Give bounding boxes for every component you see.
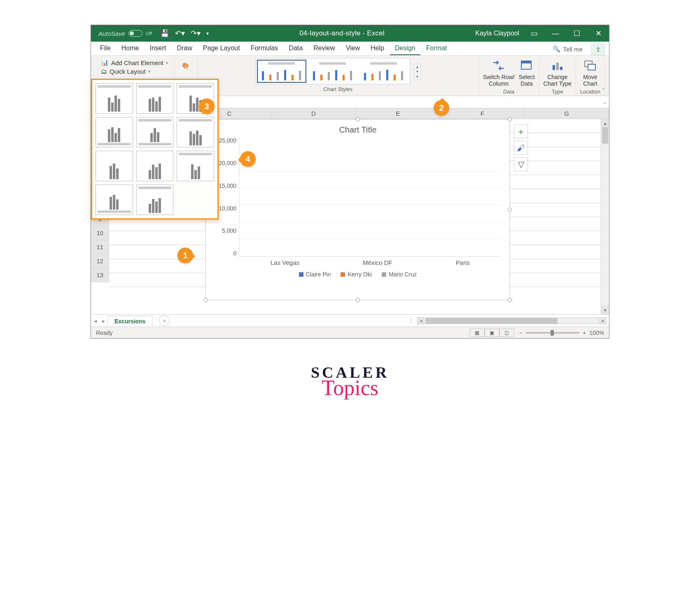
undo-icon[interactable]: ↶▾	[175, 29, 185, 38]
page-break-view-icon[interactable]: ◫	[499, 329, 514, 337]
scroll-up-icon[interactable]: ▴	[601, 119, 609, 127]
layout-option-7[interactable]	[96, 151, 133, 181]
maximize-icon[interactable]: ☐	[566, 25, 588, 42]
row-header[interactable]: 10	[91, 226, 109, 240]
column-header[interactable]: G	[525, 108, 609, 119]
share-button[interactable]: ⇪	[591, 44, 605, 55]
resize-handle[interactable]	[508, 298, 512, 302]
resize-handle[interactable]	[204, 298, 208, 302]
layout-option-5[interactable]	[136, 117, 174, 147]
tab-review[interactable]: Review	[308, 42, 340, 55]
add-chart-element-button[interactable]: 📊 Add Chart Element ▾	[99, 58, 170, 67]
zoom-out-icon[interactable]: −	[519, 330, 523, 336]
page-layout-view-icon[interactable]: ▣	[485, 329, 499, 337]
row-header[interactable]: 12	[91, 254, 109, 268]
chart-legend[interactable]: Claire PinKerry OkiMario Cruz	[206, 271, 510, 278]
collapse-ribbon-icon[interactable]: ˄	[602, 87, 605, 94]
sheet-nav[interactable]: ◂▸	[91, 318, 107, 324]
column-header[interactable]: D	[272, 108, 356, 119]
tab-file[interactable]: File	[95, 42, 116, 55]
chevron-down-icon[interactable]: ▾	[415, 69, 420, 74]
chart-style-2[interactable]	[308, 60, 357, 83]
tab-help[interactable]: Help	[366, 42, 389, 55]
chart-style-3[interactable]	[359, 60, 408, 83]
layout-option-8[interactable]	[136, 151, 174, 181]
move-chart-button[interactable]: Move Chart	[583, 58, 597, 87]
redo-icon[interactable]: ↷▾	[191, 29, 201, 38]
horizontal-scrollbar[interactable]: ⋮ ◂ ▸	[408, 317, 607, 325]
autosave-toggle[interactable]: AutoSave Off	[98, 30, 152, 37]
layout-option-11[interactable]	[136, 185, 174, 215]
user-name[interactable]: Kayla Claypool	[475, 30, 519, 37]
add-sheet-button[interactable]: +	[159, 316, 170, 326]
scroll-down-icon[interactable]: ▾	[601, 306, 609, 314]
embedded-chart[interactable]: Chart Title 25,00020,00015,00010,0005,00…	[205, 119, 510, 300]
svg-rect-3	[556, 63, 559, 70]
scroll-left-icon[interactable]: ◂	[417, 317, 425, 325]
gallery-scroll[interactable]: ▴ ▾ ▾	[414, 64, 421, 79]
plot-area[interactable]: 25,00020,00015,00010,0005,0000	[214, 137, 502, 257]
chart-style-1[interactable]	[257, 60, 306, 83]
tab-formulas[interactable]: Formulas	[246, 42, 283, 55]
save-icon[interactable]: 💾	[160, 29, 169, 38]
change-chart-type-button[interactable]: Change Chart Type	[544, 58, 572, 87]
change-colors-button[interactable]: 🎨 x	[178, 58, 193, 79]
layout-option-2[interactable]	[136, 83, 174, 114]
chart-styles-gallery[interactable]	[255, 58, 410, 84]
scroll-thumb[interactable]	[426, 318, 558, 324]
layout-option-1[interactable]	[96, 83, 133, 114]
vertical-scrollbar[interactable]: ▴ ▾	[601, 119, 609, 314]
scroll-right-icon[interactable]: ▸	[599, 317, 607, 325]
layout-option-4[interactable]	[96, 117, 133, 147]
chevron-up-icon[interactable]: ▴	[415, 64, 420, 69]
chevron-down-icon: ▾	[148, 69, 150, 74]
tab-data[interactable]: Data	[284, 42, 308, 55]
scroll-thumb[interactable]	[602, 127, 608, 144]
gallery-expand-icon[interactable]: ▾	[415, 74, 420, 79]
tab-home[interactable]: Home	[117, 42, 144, 55]
normal-view-icon[interactable]: ▦	[470, 329, 485, 337]
switch-label: Switch Row/ Column	[483, 74, 515, 87]
select-data-button[interactable]: Select Data	[519, 58, 535, 87]
switch-row-column-button[interactable]: Switch Row/ Column	[483, 58, 515, 87]
zoom-control[interactable]: − + 100%	[519, 330, 604, 336]
autosave-pill[interactable]	[128, 30, 142, 37]
close-icon[interactable]: ✕	[588, 25, 609, 42]
quick-layout-dropdown[interactable]	[91, 79, 219, 220]
chart-styles-button[interactable]: 🖌	[514, 141, 528, 155]
tab-design[interactable]: Design	[390, 42, 420, 55]
change-chart-type-icon	[550, 58, 565, 73]
tab-view[interactable]: View	[341, 42, 365, 55]
layout-option-10[interactable]	[96, 185, 133, 215]
svg-rect-4	[560, 67, 562, 70]
tab-page-layout[interactable]: Page Layout	[198, 42, 245, 55]
minimize-icon[interactable]: —	[545, 25, 566, 42]
row-header[interactable]: 13	[91, 268, 109, 282]
expand-formula-icon[interactable]: ⌄	[601, 99, 609, 105]
layout-option-9[interactable]	[177, 151, 214, 181]
tab-draw[interactable]: Draw	[172, 42, 197, 55]
column-header[interactable]: F	[440, 108, 525, 119]
quick-layout-button[interactable]: 🗂 Quick Layout ▾	[99, 67, 152, 76]
chart-filters-button[interactable]: ▽	[514, 157, 528, 171]
formula-input[interactable]	[194, 96, 601, 108]
autosave-state: Off	[146, 31, 152, 36]
tell-me-search[interactable]: 🔍 Tell me	[548, 43, 588, 55]
qat-customize-icon[interactable]: ▾	[206, 30, 209, 36]
layout-option-6[interactable]	[177, 117, 214, 147]
zoom-slider[interactable]	[526, 332, 579, 334]
resize-handle[interactable]	[356, 298, 360, 302]
zoom-level[interactable]: 100%	[589, 330, 604, 336]
chart-elements-button[interactable]: ＋	[514, 124, 528, 138]
column-header[interactable]: E	[356, 108, 441, 119]
sheet-tab-active[interactable]: Excursions	[107, 316, 152, 326]
callout-2: 2	[434, 100, 449, 116]
ribbon-display-icon[interactable]: ▭	[523, 25, 545, 42]
quick-access-toolbar: 💾 ↶▾ ↷▾ ▾	[160, 29, 209, 38]
row-header[interactable]: 11	[91, 240, 109, 254]
resize-handle[interactable]	[356, 117, 360, 122]
tab-format[interactable]: Format	[421, 42, 452, 55]
chart-title[interactable]: Chart Title	[206, 125, 510, 135]
tab-insert[interactable]: Insert	[145, 42, 171, 55]
zoom-in-icon[interactable]: +	[583, 330, 586, 336]
